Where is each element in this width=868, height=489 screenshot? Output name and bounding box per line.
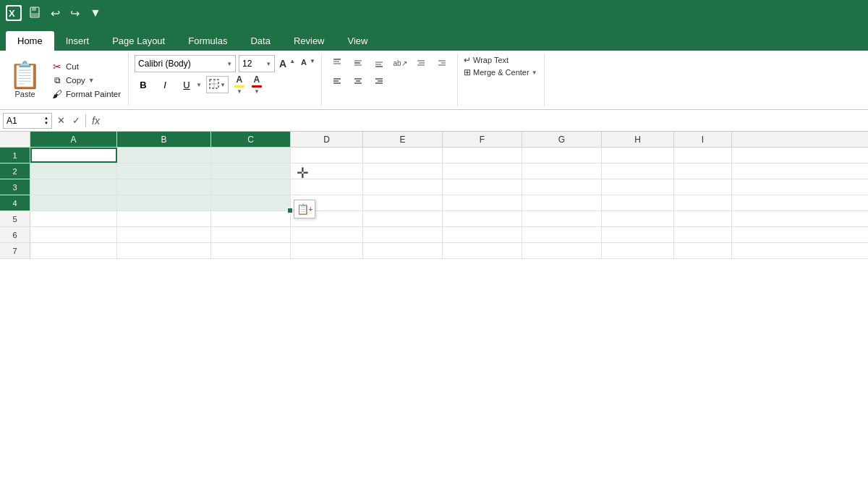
cell-G3[interactable] xyxy=(522,179,602,195)
col-header-A[interactable]: A xyxy=(30,132,117,147)
italic-button[interactable]: I xyxy=(156,76,174,93)
col-header-C[interactable]: C xyxy=(211,132,291,147)
indent-increase-button[interactable] xyxy=(433,55,451,71)
cell-D1[interactable] xyxy=(291,148,363,163)
tab-page-layout[interactable]: Page Layout xyxy=(101,31,176,51)
col-header-D[interactable]: D xyxy=(291,132,363,147)
align-center-button[interactable] xyxy=(349,73,367,89)
cell-E2[interactable] xyxy=(363,163,443,179)
cell-D4[interactable]: 📋 + xyxy=(291,195,363,211)
cell-A4[interactable] xyxy=(30,195,117,211)
cell-I4[interactable] xyxy=(674,195,732,211)
cell-ref-arrows[interactable]: ▲ ▼ xyxy=(44,116,48,125)
cell-A3[interactable] xyxy=(30,179,117,195)
tab-view[interactable]: View xyxy=(336,31,380,51)
cell-F5[interactable] xyxy=(443,211,522,226)
cell-D3[interactable] xyxy=(291,179,363,195)
row-number-2[interactable]: 2 xyxy=(0,163,30,179)
cell-G2[interactable] xyxy=(522,163,602,179)
tab-formulas[interactable]: Formulas xyxy=(176,31,239,51)
cell-C5[interactable] xyxy=(211,211,291,226)
confirm-formula-btn[interactable]: ✓ xyxy=(70,115,82,126)
cell-E5[interactable] xyxy=(363,211,443,226)
bold-button[interactable]: B xyxy=(135,76,152,93)
cancel-formula-btn[interactable]: ✕ xyxy=(55,115,67,126)
cell-B5[interactable] xyxy=(117,211,211,226)
border-button[interactable]: ▼ xyxy=(206,76,229,93)
cell-I2[interactable] xyxy=(674,163,732,179)
cell-A7[interactable] xyxy=(30,243,117,258)
cell-H5[interactable] xyxy=(602,211,674,226)
cell-I6[interactable] xyxy=(674,227,732,242)
cell-C1[interactable] xyxy=(211,148,291,163)
formula-input[interactable] xyxy=(106,115,865,126)
font-size-selector[interactable]: 12 ▼ xyxy=(239,55,275,72)
cell-B4[interactable] xyxy=(117,195,211,211)
col-header-H[interactable]: H xyxy=(602,132,674,147)
cell-D7[interactable] xyxy=(291,243,363,258)
cell-E4[interactable] xyxy=(363,195,443,211)
merge-center-button[interactable]: ⊞ Merge & Center ▼ xyxy=(464,67,538,77)
font-color-button[interactable]: A ▼ xyxy=(252,75,262,95)
row-number-4[interactable]: 4 xyxy=(0,195,30,211)
cell-D6[interactable] xyxy=(291,227,363,242)
tab-data[interactable]: Data xyxy=(239,31,281,51)
font-name-selector[interactable]: Calibri (Body) ▼ xyxy=(135,55,236,72)
tab-review[interactable]: Review xyxy=(282,31,336,51)
more-quick-btn[interactable]: ▼ xyxy=(87,5,104,21)
cell-G6[interactable] xyxy=(522,227,602,242)
underline-dropdown-arrow[interactable]: ▼ xyxy=(196,82,202,88)
font-size-decrease-btn[interactable]: A xyxy=(299,58,308,69)
highlight-color-button[interactable]: A ▼ xyxy=(234,75,244,95)
cell-D2[interactable]: ✛ xyxy=(291,163,363,179)
cell-G5[interactable] xyxy=(522,211,602,226)
cell-C6[interactable] xyxy=(211,227,291,242)
wrap-text-button[interactable]: ↵ Wrap Text xyxy=(464,55,538,65)
cell-B3[interactable] xyxy=(117,179,211,195)
cell-I7[interactable] xyxy=(674,243,732,258)
cell-G7[interactable] xyxy=(522,243,602,258)
text-orientation-button[interactable]: ab↗ xyxy=(391,55,409,71)
cell-H3[interactable] xyxy=(602,179,674,195)
cell-H4[interactable] xyxy=(602,195,674,211)
cell-H7[interactable] xyxy=(602,243,674,258)
cell-G1[interactable] xyxy=(522,148,602,163)
cell-E6[interactable] xyxy=(363,227,443,242)
fx-symbol[interactable]: fx xyxy=(89,115,103,127)
cell-I3[interactable] xyxy=(674,179,732,195)
cell-F3[interactable] xyxy=(443,179,522,195)
cell-B6[interactable] xyxy=(117,227,211,242)
col-header-I[interactable]: I xyxy=(674,132,732,147)
row-number-6[interactable]: 6 xyxy=(0,227,30,242)
cell-A1[interactable] xyxy=(30,148,117,163)
underline-button[interactable]: U xyxy=(178,76,195,93)
cell-B7[interactable] xyxy=(117,243,211,258)
align-right-button[interactable] xyxy=(370,73,388,89)
cell-F2[interactable] xyxy=(443,163,522,179)
cell-F1[interactable] xyxy=(443,148,522,163)
cell-H2[interactable] xyxy=(602,163,674,179)
align-left-button[interactable] xyxy=(328,73,346,89)
highlight-dropdown-arrow[interactable]: ▼ xyxy=(237,88,242,95)
paste-options-button[interactable]: 📋 + xyxy=(294,200,315,218)
undo-quick-btn[interactable]: ↩ xyxy=(48,5,63,22)
paste-button[interactable]: 📋 Paste xyxy=(6,56,44,103)
font-color-dropdown-arrow[interactable]: ▼ xyxy=(254,88,260,95)
cell-E1[interactable] xyxy=(363,148,443,163)
cell-H1[interactable] xyxy=(602,148,674,163)
tab-home[interactable]: Home xyxy=(6,31,54,51)
cell-reference-box[interactable]: A1 ▲ ▼ xyxy=(3,113,52,129)
row-number-7[interactable]: 7 xyxy=(0,243,30,258)
col-header-G[interactable]: G xyxy=(522,132,602,147)
format-painter-button[interactable]: 🖌 Format Painter xyxy=(50,88,122,101)
cell-C7[interactable] xyxy=(211,243,291,258)
cell-E7[interactable] xyxy=(363,243,443,258)
cell-C4[interactable] xyxy=(211,195,291,211)
indent-decrease-button[interactable] xyxy=(412,55,430,71)
copy-dropdown-arrow[interactable]: ▼ xyxy=(88,77,95,84)
cell-F6[interactable] xyxy=(443,227,522,242)
font-size-increase-btn[interactable]: A xyxy=(278,58,288,69)
row-number-5[interactable]: 5 xyxy=(0,211,30,226)
cell-B1[interactable] xyxy=(117,148,211,163)
col-header-F[interactable]: F xyxy=(443,132,522,147)
